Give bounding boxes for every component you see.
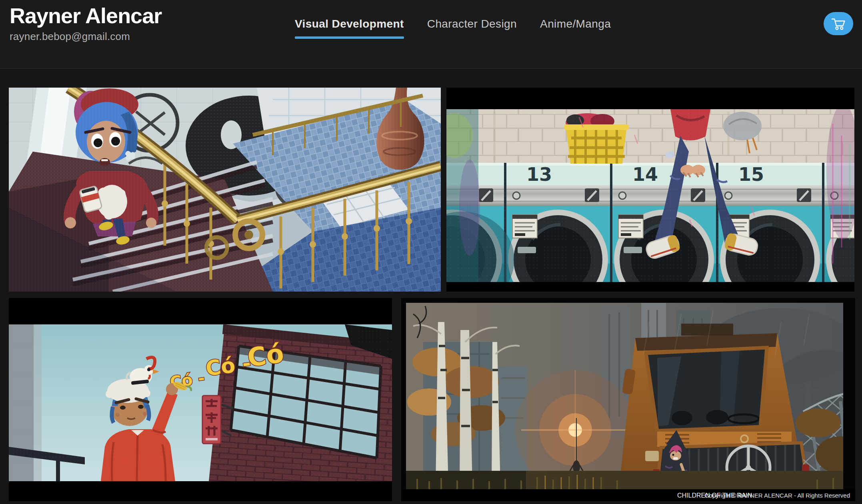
tab-visual-development[interactable]: Visual Development (295, 18, 404, 30)
tab-character-design[interactable]: Character Design (427, 18, 517, 30)
cart-button[interactable] (824, 12, 853, 35)
laundromat-artwork-canvas: 13 14 15 (446, 88, 854, 292)
stairwell-artwork-canvas (9, 88, 441, 292)
gallery-item-children-of-the-rain[interactable]: CHILDREN OF THE RAIN Copyright © RAYNER … (401, 298, 855, 501)
rooster-artwork-canvas: Có - Có - Có (9, 298, 392, 501)
contact-email: rayner.bebop@gmail.com (10, 30, 162, 43)
portfolio-page: Rayner Alencar rayner.bebop@gmail.com Vi… (0, 0, 862, 504)
site-title: Rayner Alencar (10, 5, 162, 27)
identity-block: Rayner Alencar rayner.bebop@gmail.com (10, 5, 162, 43)
site-header: Rayner Alencar rayner.bebop@gmail.com Vi… (0, 0, 862, 69)
gallery-item-rooster[interactable]: Có - Có - Có (9, 298, 392, 501)
grass-field (406, 471, 843, 489)
caption-bar: CHILDREN OF THE RAIN Copyright © RAYNER … (401, 489, 855, 501)
gallery-item-stairwell[interactable] (9, 88, 441, 292)
tab-anime-manga[interactable]: Anime/Manga (540, 18, 611, 30)
artwork-copyright: Copyright © RAYNER ALENCAR - All Rights … (705, 492, 850, 499)
children-of-the-rain-canvas: CHILDREN OF THE RAIN Copyright © RAYNER … (401, 298, 855, 501)
shopping-cart-icon (831, 17, 846, 30)
main-nav: Visual Development Character Design Anim… (295, 18, 611, 30)
gallery-item-laundromat[interactable]: 13 14 15 (446, 88, 854, 292)
